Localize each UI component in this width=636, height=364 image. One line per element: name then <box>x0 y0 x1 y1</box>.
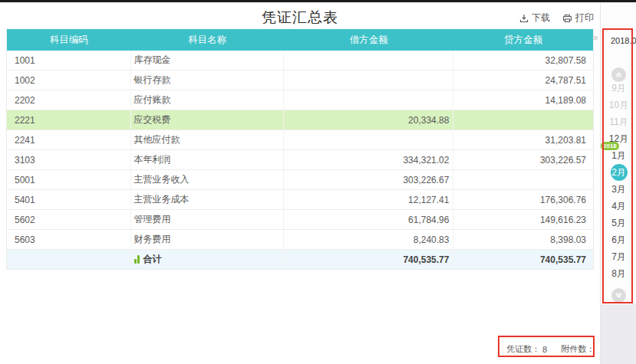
attachment-count-label: 附件数： <box>561 343 595 355</box>
cell-debit: 61,784.96 <box>284 210 453 229</box>
month-label: 7月 <box>611 251 626 262</box>
download-icon <box>519 14 529 23</box>
month-label: 3月 <box>611 184 626 195</box>
month-list: 9月 10月 11月 12月 2018 1月 2月 3月 4月 5月 6月 7月 <box>601 80 636 282</box>
month-item[interactable]: 4月 <box>601 198 636 215</box>
cell-credit: 8,398.03 <box>453 230 593 249</box>
cell-debit <box>284 90 453 110</box>
column-header-code: 科目编码 <box>7 29 131 51</box>
voucher-count-value: 8 <box>542 345 547 354</box>
table-row[interactable]: 5401 主营业务成本 12,127.41 176,306.76 <box>7 190 593 210</box>
print-label: 打印 <box>575 11 594 25</box>
chevron-double-down-icon <box>615 291 623 300</box>
title-bar: 凭证汇总表 下载 打印 <box>0 2 600 28</box>
cell-credit: 303,226.57 <box>453 150 593 169</box>
table-row[interactable]: 5602 管理费用 61,784.96 149,616.23 <box>7 210 593 230</box>
table-row[interactable]: 1001 库存现金 32,807.58 <box>7 51 593 71</box>
month-label: 11月 <box>609 116 628 127</box>
cell-code: 2221 <box>7 110 131 130</box>
table-row[interactable]: 2202 应付账款 14,189.08 <box>7 90 593 110</box>
month-item[interactable]: 6月 <box>601 231 636 248</box>
cell-name: 其他应付款 <box>131 130 284 149</box>
sidebar-collapse-icon[interactable]: » <box>593 32 597 43</box>
toolbar: 下载 打印 <box>519 11 594 25</box>
footer-counts: 凭证数： 8 附件数： <box>506 343 597 355</box>
page-title: 凭证汇总表 <box>0 8 600 28</box>
voucher-count-label: 凭证数： <box>506 343 540 355</box>
table-row[interactable]: 2241 其他应付款 31,203.81 <box>7 130 593 150</box>
month-sidebar: 2018.02 9月 10月 11月 12月 2018 1月 2月 3月 4月 <box>600 2 636 364</box>
cell-debit: 20,334.88 <box>284 110 453 130</box>
cell-name: 本年利润 <box>131 150 284 169</box>
month-item[interactable]: 9月 <box>601 80 636 97</box>
cell-debit <box>284 51 453 70</box>
month-item[interactable]: 11月 <box>601 113 636 130</box>
sidebar-bottom-strip <box>601 304 636 364</box>
month-item[interactable]: 3月 <box>601 181 636 198</box>
cell-credit: 32,807.58 <box>453 51 593 70</box>
total-credit: 740,535.77 <box>453 250 593 269</box>
cell-name: 银行存款 <box>131 71 284 90</box>
download-label: 下载 <box>532 11 550 25</box>
table-header-row: 科目编码 科目名称 借方金额 贷方金额 <box>7 29 593 51</box>
table-row[interactable]: 1002 银行存款 24,787.51 <box>7 71 593 90</box>
month-label: 2月 <box>611 164 628 181</box>
download-button[interactable]: 下载 <box>519 11 550 25</box>
table-row[interactable]: 3103 本年利润 334,321.02 303,226.57 <box>7 150 593 170</box>
table-row[interactable]: 2221 应交税费 20,334.88 <box>7 110 593 130</box>
voucher-summary-table: 科目编码 科目名称 借方金额 贷方金额 1001 库存现金 32,807.58 … <box>6 29 594 270</box>
cell-credit <box>453 110 593 130</box>
month-label: 6月 <box>611 234 626 245</box>
month-label: 5月 <box>611 218 626 228</box>
cell-name: 主营业务成本 <box>131 190 284 209</box>
cell-debit: 303,226.67 <box>284 170 453 189</box>
print-button[interactable]: 打印 <box>562 11 594 25</box>
cell-debit: 334,321.02 <box>284 150 453 169</box>
cell-code: 5602 <box>7 210 131 229</box>
month-label: 8月 <box>611 268 626 279</box>
year-badge: 2018 <box>601 142 619 150</box>
main-area: 凭证汇总表 下载 打印 <box>0 2 600 364</box>
cell-name: 管理费用 <box>131 210 284 229</box>
scroll-down-button[interactable] <box>611 288 626 303</box>
total-label: 合计 <box>143 253 162 266</box>
cell-credit <box>453 170 593 189</box>
month-item[interactable]: 2018 1月 <box>601 147 636 164</box>
total-debit: 740,535.77 <box>284 250 453 269</box>
cell-code: 2241 <box>7 130 131 149</box>
cell-debit: 12,127.41 <box>284 190 453 209</box>
cell-code: 5001 <box>7 170 131 189</box>
print-icon <box>562 14 572 23</box>
month-label: 4月 <box>611 201 626 212</box>
column-header-name: 科目名称 <box>131 29 284 51</box>
cell-debit: 8,240.83 <box>284 230 453 249</box>
cell-code: 1002 <box>7 71 131 90</box>
cell-code: 3103 <box>7 150 131 169</box>
month-label: 1月 <box>611 150 626 161</box>
total-label-wrap: 合计 <box>134 253 162 266</box>
cell-name: 库存现金 <box>131 51 284 70</box>
period-label: 2018.02 <box>611 36 636 45</box>
cell-credit: 24,787.51 <box>453 71 593 90</box>
cell-name: 应交税费 <box>131 110 284 130</box>
column-header-debit: 借方金额 <box>284 29 453 51</box>
cell-code: 1001 <box>7 51 131 70</box>
month-item[interactable]: 10月 <box>601 97 636 113</box>
cell-name: 应付账款 <box>131 90 284 110</box>
bar-chart-icon <box>134 255 140 264</box>
month-item[interactable]: 8月 <box>601 265 636 282</box>
cell-code: 5401 <box>7 190 131 209</box>
month-label: 10月 <box>609 100 628 110</box>
month-item[interactable]: 2月 <box>601 164 636 181</box>
month-item[interactable]: 7月 <box>601 248 636 265</box>
cell-credit: 31,203.81 <box>453 130 593 149</box>
cell-code: 5603 <box>7 230 131 249</box>
cell-debit <box>284 71 453 90</box>
cell-credit: 14,189.08 <box>453 90 593 110</box>
month-item[interactable]: 5月 <box>601 215 636 231</box>
cell-credit: 176,306.76 <box>453 190 593 209</box>
cell-debit <box>284 130 453 149</box>
cell-name: 主营业务收入 <box>131 170 284 189</box>
table-row[interactable]: 5603 财务费用 8,240.83 8,398.03 <box>7 230 593 250</box>
table-row[interactable]: 5001 主营业务收入 303,226.67 <box>7 170 593 190</box>
